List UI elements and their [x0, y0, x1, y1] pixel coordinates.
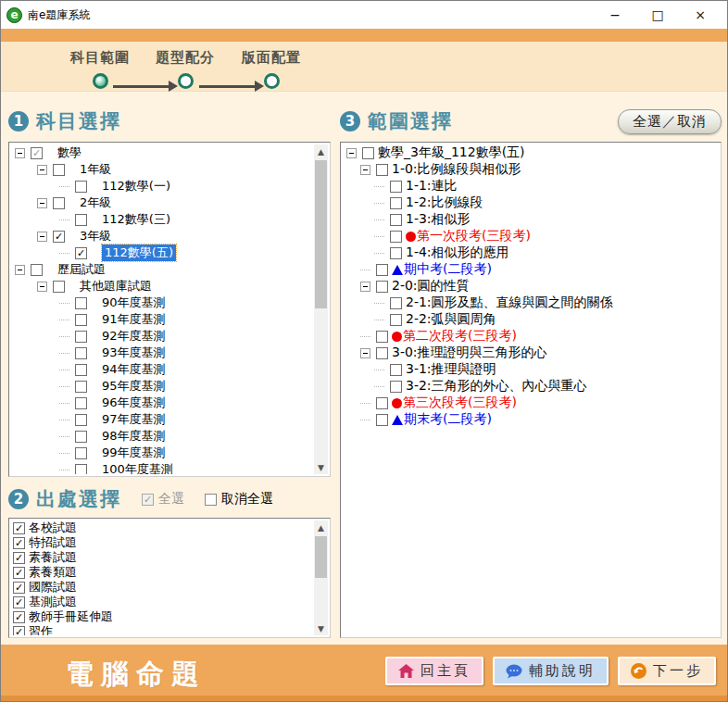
source-checkbox[interactable]: ✓ — [13, 552, 25, 564]
tree-checkbox[interactable] — [390, 247, 402, 259]
tree-node-label[interactable]: 第一次段考(三段考) — [417, 228, 531, 244]
tree-checkbox[interactable] — [31, 264, 43, 276]
close-button[interactable]: × — [679, 2, 722, 28]
tree-node-label[interactable]: 數學 — [57, 144, 82, 161]
source-checkbox[interactable]: ✓ — [13, 537, 25, 549]
source-checkbox[interactable]: ✓ — [13, 522, 25, 534]
tree-node-label[interactable]: 100年度基測 — [102, 461, 173, 474]
tree-checkbox[interactable] — [75, 381, 87, 393]
collapse-minus-icon[interactable] — [346, 148, 357, 158]
tree-checkbox[interactable] — [390, 231, 402, 243]
tree-checkbox[interactable] — [53, 281, 65, 293]
tree-node-label[interactable]: 2年級 — [80, 194, 111, 211]
scroll-down-icon[interactable]: ▼ — [314, 460, 328, 474]
tree-node-label[interactable]: 95年度基測 — [102, 378, 166, 395]
scroll-up-icon[interactable]: ▲ — [314, 520, 328, 534]
collapse-minus-icon[interactable] — [15, 265, 25, 275]
tree-node-label[interactable]: 97年度基測 — [102, 411, 166, 428]
tree-checkbox[interactable] — [376, 347, 388, 359]
tree-checkbox[interactable] — [53, 197, 65, 209]
tree-node-label[interactable]: 期末考(二段考) — [404, 411, 492, 428]
tree-node-label[interactable]: 91年度基測 — [102, 311, 166, 328]
tree-checkbox[interactable] — [75, 297, 87, 309]
tree-checkbox[interactable] — [75, 214, 87, 226]
tree-checkbox[interactable] — [75, 431, 87, 443]
tree-node-label[interactable]: 1-2:比例線段 — [406, 194, 483, 211]
tree-node-label[interactable]: 2-1:圓形及點、直線與圓之間的關係 — [406, 295, 613, 311]
tree-checkbox[interactable] — [75, 331, 87, 343]
tree-checkbox[interactable] — [75, 414, 87, 426]
collapse-minus-icon[interactable] — [360, 348, 370, 358]
source-checkbox[interactable]: ✓ — [13, 611, 25, 623]
collapse-minus-icon[interactable] — [37, 232, 47, 242]
tree-node-label[interactable]: 90年度基測 — [102, 295, 166, 311]
maximize-button[interactable]: □ — [636, 2, 679, 28]
tree-node-label[interactable]: 96年度基測 — [102, 395, 166, 411]
tree-node-label[interactable]: 94年度基測 — [102, 361, 166, 378]
tree-checkbox[interactable] — [75, 464, 87, 475]
scrollbar-thumb[interactable] — [315, 160, 327, 308]
select-toggle-button[interactable]: 全選／取消 — [618, 109, 722, 134]
tree-node-label[interactable]: 2-0:圓的性質 — [392, 278, 470, 295]
tree-checkbox[interactable] — [53, 164, 65, 176]
tree-checkbox[interactable] — [376, 281, 388, 293]
tree-node-label[interactable]: 1-1:連比 — [406, 178, 458, 194]
collapse-minus-icon[interactable] — [15, 148, 25, 158]
tree-node-label[interactable]: 3-0:推理證明與三角形的心 — [392, 345, 547, 361]
tree-checkbox[interactable] — [390, 297, 402, 309]
next-step-button[interactable]: 下一步 — [618, 657, 716, 685]
tree-node-label[interactable]: 1年級 — [80, 161, 111, 178]
collapse-minus-icon[interactable] — [37, 198, 47, 208]
tree-checkbox[interactable] — [362, 147, 374, 159]
select-all-checkbox[interactable]: ✓ 全選 — [142, 491, 184, 508]
tree-checkbox[interactable] — [390, 364, 402, 376]
tree-checkbox[interactable] — [376, 164, 388, 176]
tree-node-label[interactable]: 92年度基測 — [102, 328, 166, 345]
checkbox-icon[interactable] — [205, 494, 217, 506]
minimize-button[interactable]: − — [594, 2, 636, 28]
tree-node-label[interactable]: 其他題庫試題 — [80, 278, 152, 295]
tree-checkbox[interactable] — [390, 214, 402, 226]
checkbox-icon[interactable]: ✓ — [142, 494, 154, 506]
collapse-minus-icon[interactable] — [37, 165, 47, 175]
tree-checkbox[interactable]: ✓ — [31, 147, 43, 159]
scrollbar-thumb[interactable] — [315, 536, 327, 578]
tree-checkbox[interactable] — [75, 181, 87, 193]
tree-checkbox[interactable]: ✓ — [75, 247, 87, 259]
tree-checkbox[interactable] — [75, 347, 87, 359]
scroll-down-icon[interactable]: ▼ — [314, 621, 328, 635]
scroll-up-icon[interactable]: ▲ — [314, 144, 328, 158]
tree-checkbox[interactable] — [75, 364, 87, 376]
source-checkbox[interactable]: ✓ — [13, 567, 25, 579]
tree-checkbox[interactable] — [376, 331, 388, 343]
tree-node-label[interactable]: 數學_3年級_112數學(五) — [378, 144, 525, 161]
subject-tree-scrollbar[interactable]: ▲ ▼ — [314, 144, 328, 474]
tree-node-label[interactable]: 2-2:弧與圓周角 — [406, 311, 496, 328]
help-button[interactable]: 輔助說明 — [493, 657, 609, 685]
tree-node-label[interactable]: 1-4:相似形的應用 — [406, 244, 509, 261]
tree-node-label[interactable]: 112數學(五) — [102, 244, 176, 261]
home-button[interactable]: 回主頁 — [385, 657, 483, 685]
source-checkbox[interactable]: ✓ — [13, 596, 25, 608]
collapse-minus-icon[interactable] — [360, 165, 370, 175]
tree-checkbox[interactable] — [75, 314, 87, 326]
tree-checkbox[interactable] — [376, 414, 388, 426]
tree-node-label[interactable]: 93年度基測 — [102, 345, 166, 361]
source-item-label[interactable]: 習作 — [29, 623, 53, 635]
tree-node-label[interactable]: 1-0:比例線段與相似形 — [392, 161, 521, 178]
tree-node-label[interactable]: 第三次段考(三段考) — [403, 395, 517, 411]
source-checkbox[interactable]: ✓ — [13, 582, 25, 594]
tree-node-label[interactable]: 期中考(二段考) — [404, 261, 492, 278]
tree-node-label[interactable]: 99年度基測 — [102, 445, 166, 461]
tree-checkbox[interactable] — [75, 397, 87, 409]
source-checkbox[interactable]: ✓ — [13, 626, 25, 636]
tree-node-label[interactable]: 第二次段考(三段考) — [403, 328, 517, 345]
tree-checkbox[interactable] — [390, 197, 402, 209]
tree-node-label[interactable]: 歷屆試題 — [57, 261, 106, 278]
tree-checkbox[interactable] — [376, 397, 388, 409]
tree-node-label[interactable]: 3-1:推理與證明 — [406, 361, 496, 378]
tree-node-label[interactable]: 1-3:相似形 — [406, 211, 471, 228]
tree-node-label[interactable]: 3年級 — [80, 228, 111, 244]
tree-checkbox[interactable] — [75, 447, 87, 459]
tree-checkbox[interactable] — [376, 264, 388, 276]
